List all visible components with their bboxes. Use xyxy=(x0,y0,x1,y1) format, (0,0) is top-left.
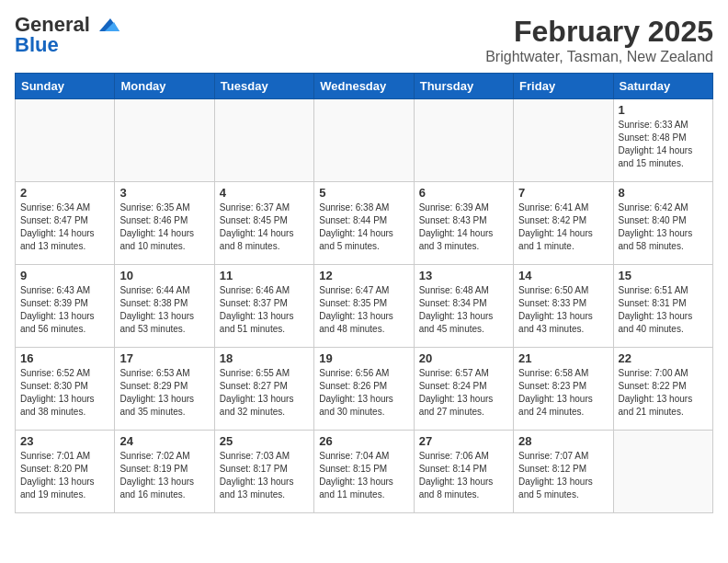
calendar-day-cell: 12Sunrise: 6:47 AM Sunset: 8:35 PM Dayli… xyxy=(314,265,414,348)
weekday-header: Tuesday xyxy=(214,74,313,99)
calendar-week-row: 23Sunrise: 7:01 AM Sunset: 8:20 PM Dayli… xyxy=(16,431,713,513)
day-info: Sunrise: 6:35 AM Sunset: 8:46 PM Dayligh… xyxy=(119,201,209,253)
calendar-day-cell: 14Sunrise: 6:50 AM Sunset: 8:33 PM Dayli… xyxy=(514,265,613,348)
calendar-day-cell: 2Sunrise: 6:34 AM Sunset: 8:47 PM Daylig… xyxy=(16,182,115,265)
day-number: 1 xyxy=(619,103,708,117)
calendar-day-cell: 1Sunrise: 6:33 AM Sunset: 8:48 PM Daylig… xyxy=(613,99,712,182)
logo-icon xyxy=(92,15,119,35)
day-number: 23 xyxy=(20,434,109,448)
calendar-week-row: 9Sunrise: 6:43 AM Sunset: 8:39 PM Daylig… xyxy=(16,265,713,348)
calendar-day-cell: 4Sunrise: 6:37 AM Sunset: 8:45 PM Daylig… xyxy=(214,182,313,265)
day-info: Sunrise: 6:41 AM Sunset: 8:42 PM Dayligh… xyxy=(518,201,608,253)
calendar-day-cell: 13Sunrise: 6:48 AM Sunset: 8:34 PM Dayli… xyxy=(414,265,513,348)
calendar-day-cell: 17Sunrise: 6:53 AM Sunset: 8:29 PM Dayli… xyxy=(115,348,214,431)
day-info: Sunrise: 6:33 AM Sunset: 8:48 PM Dayligh… xyxy=(619,119,708,170)
calendar-table: SundayMondayTuesdayWednesdayThursdayFrid… xyxy=(15,73,713,513)
day-number: 25 xyxy=(220,434,309,448)
calendar-day-cell xyxy=(514,99,613,182)
calendar-day-cell: 5Sunrise: 6:38 AM Sunset: 8:44 PM Daylig… xyxy=(314,182,414,265)
weekday-header: Wednesday xyxy=(314,74,414,99)
calendar-day-cell: 22Sunrise: 7:00 AM Sunset: 8:22 PM Dayli… xyxy=(613,348,712,431)
calendar-week-row: 2Sunrise: 6:34 AM Sunset: 8:47 PM Daylig… xyxy=(16,182,713,265)
day-info: Sunrise: 7:07 AM Sunset: 8:12 PM Dayligh… xyxy=(518,450,608,501)
calendar-day-cell: 7Sunrise: 6:41 AM Sunset: 8:42 PM Daylig… xyxy=(514,182,613,265)
calendar-day-cell: 9Sunrise: 6:43 AM Sunset: 8:39 PM Daylig… xyxy=(16,265,115,348)
day-number: 8 xyxy=(619,186,708,200)
calendar-day-cell xyxy=(115,99,214,182)
day-info: Sunrise: 6:38 AM Sunset: 8:44 PM Dayligh… xyxy=(319,201,408,253)
day-number: 17 xyxy=(119,351,209,365)
day-info: Sunrise: 6:37 AM Sunset: 8:45 PM Dayligh… xyxy=(220,201,309,253)
calendar-day-cell: 20Sunrise: 6:57 AM Sunset: 8:24 PM Dayli… xyxy=(414,348,513,431)
day-info: Sunrise: 7:06 AM Sunset: 8:14 PM Dayligh… xyxy=(419,450,508,501)
day-number: 22 xyxy=(619,351,708,365)
calendar-day-cell xyxy=(214,99,313,182)
day-number: 13 xyxy=(419,269,508,282)
calendar-day-cell: 28Sunrise: 7:07 AM Sunset: 8:12 PM Dayli… xyxy=(514,431,613,513)
calendar-day-cell: 8Sunrise: 6:42 AM Sunset: 8:40 PM Daylig… xyxy=(613,182,712,265)
calendar-day-cell: 19Sunrise: 6:56 AM Sunset: 8:26 PM Dayli… xyxy=(314,348,414,431)
day-number: 9 xyxy=(20,269,109,282)
day-number: 27 xyxy=(419,434,508,448)
calendar-subtitle: Brightwater, Tasman, New Zealand xyxy=(485,49,713,65)
calendar-day-cell: 15Sunrise: 6:51 AM Sunset: 8:31 PM Dayli… xyxy=(613,265,712,348)
day-info: Sunrise: 7:04 AM Sunset: 8:15 PM Dayligh… xyxy=(319,450,408,501)
calendar-day-cell: 6Sunrise: 6:39 AM Sunset: 8:43 PM Daylig… xyxy=(414,182,513,265)
calendar-day-cell: 26Sunrise: 7:04 AM Sunset: 8:15 PM Dayli… xyxy=(314,431,414,513)
day-number: 5 xyxy=(319,186,408,200)
day-info: Sunrise: 6:34 AM Sunset: 8:47 PM Dayligh… xyxy=(20,201,109,253)
day-number: 24 xyxy=(119,434,209,448)
weekday-header: Saturday xyxy=(613,74,712,99)
calendar-day-cell xyxy=(16,99,115,182)
calendar-day-cell: 11Sunrise: 6:46 AM Sunset: 8:37 PM Dayli… xyxy=(214,265,313,348)
day-info: Sunrise: 6:39 AM Sunset: 8:43 PM Dayligh… xyxy=(419,201,508,253)
day-info: Sunrise: 6:42 AM Sunset: 8:40 PM Dayligh… xyxy=(619,201,708,253)
day-number: 21 xyxy=(518,351,608,365)
calendar-day-cell xyxy=(314,99,414,182)
day-info: Sunrise: 7:01 AM Sunset: 8:20 PM Dayligh… xyxy=(20,450,109,501)
day-number: 7 xyxy=(518,186,608,200)
calendar-day-cell xyxy=(613,431,712,513)
day-number: 15 xyxy=(619,269,708,282)
day-info: Sunrise: 6:48 AM Sunset: 8:34 PM Dayligh… xyxy=(419,284,508,336)
calendar-day-cell: 21Sunrise: 6:58 AM Sunset: 8:23 PM Dayli… xyxy=(514,348,613,431)
day-info: Sunrise: 7:02 AM Sunset: 8:19 PM Dayligh… xyxy=(119,450,209,501)
day-number: 4 xyxy=(220,186,309,200)
day-info: Sunrise: 6:52 AM Sunset: 8:30 PM Dayligh… xyxy=(20,367,109,419)
weekday-header-row: SundayMondayTuesdayWednesdayThursdayFrid… xyxy=(16,74,713,99)
day-number: 2 xyxy=(20,186,109,200)
day-info: Sunrise: 6:50 AM Sunset: 8:33 PM Dayligh… xyxy=(518,284,608,336)
calendar-day-cell: 27Sunrise: 7:06 AM Sunset: 8:14 PM Dayli… xyxy=(414,431,513,513)
day-info: Sunrise: 6:44 AM Sunset: 8:38 PM Dayligh… xyxy=(119,284,209,336)
day-number: 10 xyxy=(119,269,209,282)
logo-general: General xyxy=(15,15,90,35)
logo-blue: Blue xyxy=(15,35,59,55)
weekday-header: Monday xyxy=(115,74,214,99)
day-info: Sunrise: 7:03 AM Sunset: 8:17 PM Dayligh… xyxy=(220,450,309,501)
day-number: 19 xyxy=(319,351,408,365)
calendar-day-cell: 16Sunrise: 6:52 AM Sunset: 8:30 PM Dayli… xyxy=(16,348,115,431)
calendar-day-cell: 25Sunrise: 7:03 AM Sunset: 8:17 PM Dayli… xyxy=(214,431,313,513)
day-info: Sunrise: 6:55 AM Sunset: 8:27 PM Dayligh… xyxy=(220,367,309,419)
day-number: 14 xyxy=(518,269,608,282)
day-number: 3 xyxy=(119,186,209,200)
day-number: 12 xyxy=(319,269,408,282)
day-info: Sunrise: 6:43 AM Sunset: 8:39 PM Dayligh… xyxy=(20,284,109,336)
day-info: Sunrise: 6:56 AM Sunset: 8:26 PM Dayligh… xyxy=(319,367,408,419)
day-info: Sunrise: 6:57 AM Sunset: 8:24 PM Dayligh… xyxy=(419,367,508,419)
day-info: Sunrise: 6:53 AM Sunset: 8:29 PM Dayligh… xyxy=(119,367,209,419)
weekday-header: Sunday xyxy=(16,74,115,99)
day-number: 16 xyxy=(20,351,109,365)
logo: General Blue xyxy=(15,15,119,55)
day-info: Sunrise: 7:00 AM Sunset: 8:22 PM Dayligh… xyxy=(619,367,708,419)
day-number: 18 xyxy=(220,351,309,365)
day-info: Sunrise: 6:58 AM Sunset: 8:23 PM Dayligh… xyxy=(518,367,608,419)
weekday-header: Friday xyxy=(514,74,613,99)
calendar-day-cell: 3Sunrise: 6:35 AM Sunset: 8:46 PM Daylig… xyxy=(115,182,214,265)
calendar-day-cell: 10Sunrise: 6:44 AM Sunset: 8:38 PM Dayli… xyxy=(115,265,214,348)
day-number: 26 xyxy=(319,434,408,448)
weekday-header: Thursday xyxy=(414,74,513,99)
calendar-day-cell: 23Sunrise: 7:01 AM Sunset: 8:20 PM Dayli… xyxy=(16,431,115,513)
day-number: 6 xyxy=(419,186,508,200)
day-info: Sunrise: 6:46 AM Sunset: 8:37 PM Dayligh… xyxy=(220,284,309,336)
